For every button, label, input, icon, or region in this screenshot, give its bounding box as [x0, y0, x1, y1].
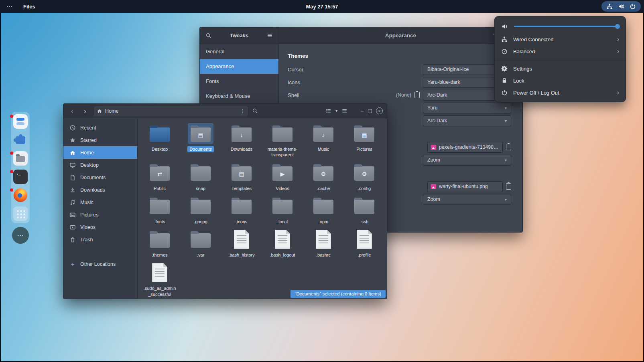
doc-emblem-icon: ▤ [232, 167, 252, 181]
sidebar-item-other-locations[interactable]: + Other Locations [63, 258, 137, 270]
lockscreen-adjustment-select[interactable]: Zoom▾ [423, 194, 511, 205]
tweaks-nav-appearance[interactable]: Appearance [200, 59, 278, 74]
dock-item-extensions[interactable] [13, 133, 28, 147]
file-item[interactable]: .npm [303, 194, 344, 225]
background-image-chip[interactable]: pexels-gradienta-7134986.jpg [427, 142, 503, 153]
sidebar-item-trash[interactable]: Trash [63, 233, 137, 246]
app-grid-icon [13, 206, 28, 221]
system-tray[interactable] [601, 1, 641, 12]
back-button[interactable]: ‹ [67, 107, 77, 115]
forward-button[interactable]: › [80, 107, 90, 115]
file-item[interactable]: .themes [139, 227, 180, 258]
dock-item-app-grid[interactable] [13, 206, 28, 221]
hamburger-menu-icon[interactable] [267, 32, 273, 38]
sidebar-item-videos[interactable]: Videos [63, 221, 137, 233]
files-app-icon [13, 151, 28, 166]
menu-item-wired[interactable]: Wired Connected › [495, 33, 626, 45]
tweaks-nav-general[interactable]: General [200, 44, 278, 59]
tweaks-nav-keyboard[interactable]: Keyboard & Mouse [200, 89, 278, 103]
folder-icon: ▶ [270, 162, 295, 183]
menu-item-lock[interactable]: Lock [495, 75, 626, 87]
activities-dots-icon[interactable]: ⋯ [6, 3, 13, 10]
clock[interactable]: May 27 15:57 [306, 4, 338, 10]
music-note-icon [69, 199, 76, 206]
paste-icon[interactable] [414, 92, 420, 98]
sidebar-item-recent[interactable]: Recent [63, 121, 137, 134]
file-item[interactable]: .ssh [344, 194, 385, 225]
sidebar-item-starred[interactable]: Starred [63, 134, 137, 146]
menu-item-settings[interactable]: Settings [495, 63, 626, 75]
file-item[interactable]: snap [180, 161, 221, 192]
list-view-icon[interactable] [325, 108, 331, 114]
folder-icon [147, 229, 173, 250]
dock-item-settings[interactable] [13, 114, 28, 129]
volume-slider[interactable] [514, 26, 619, 27]
video-icon [69, 224, 76, 231]
file-item[interactable]: .local [262, 194, 303, 225]
hamburger-menu-icon[interactable] [341, 108, 347, 114]
close-button[interactable]: × [376, 107, 383, 114]
path-bar[interactable]: Home ⋮ [93, 106, 249, 116]
sidebar-item-music[interactable]: Music [63, 196, 137, 208]
file-item[interactable]: .fonts [139, 194, 180, 225]
dock-item-firefox[interactable] [13, 188, 28, 202]
legacy-theme-select[interactable]: Arc-Dark▾ [423, 115, 511, 126]
sidebar-item-pictures[interactable]: Pictures [63, 208, 137, 221]
file-item[interactable]: ▦Pictures [344, 121, 385, 158]
dock: ›_ ⋯ [11, 112, 30, 244]
sidebar-item-home[interactable]: Home [63, 146, 137, 159]
focused-app-name[interactable]: Files [23, 4, 35, 10]
window-title: Tweaks [230, 32, 248, 38]
folder-icon: ⚙ [311, 162, 336, 183]
dock-expand-button[interactable]: ⋯ [12, 227, 29, 244]
menu-item-power-off[interactable]: Power Off / Log Out › [495, 87, 626, 99]
file-item[interactable]: ▶Videos [262, 161, 303, 192]
network-wired-icon [606, 3, 613, 10]
dock-item-terminal[interactable]: ›_ [13, 170, 28, 184]
maximize-button[interactable] [368, 109, 372, 113]
menu-item-power-profile[interactable]: Balanced › [495, 45, 626, 57]
search-icon[interactable] [205, 32, 211, 38]
file-name: .fonts [152, 218, 167, 225]
background-adjustment-select[interactable]: Zoom▾ [423, 155, 511, 166]
lockscreen-image-chip[interactable]: warty-final-ubuntu.png [427, 181, 503, 192]
restore-icon [368, 109, 372, 113]
sound-theme-select[interactable]: Yaru▾ [423, 103, 511, 113]
file-item[interactable]: ♪Music [303, 121, 344, 158]
file-item[interactable]: .gnupg [180, 194, 221, 225]
path-options-icon[interactable]: ⋮ [240, 108, 245, 114]
paste-icon[interactable] [506, 183, 511, 190]
file-item[interactable]: .sudo_as_admin_successful [139, 261, 180, 297]
search-icon[interactable] [252, 108, 258, 114]
file-item[interactable]: materia-theme-transparent [262, 121, 303, 158]
file-name: .var [195, 252, 206, 258]
file-item[interactable]: ▤Templates [221, 161, 262, 192]
file-item[interactable]: .bash_history [221, 227, 262, 258]
file-item[interactable]: ⚙.cache [303, 161, 344, 192]
sidebar-item-downloads[interactable]: Downloads [63, 184, 137, 196]
paste-icon[interactable] [506, 144, 511, 150]
file-item[interactable]: .var [180, 227, 221, 258]
folder-icon [311, 196, 336, 216]
file-item[interactable]: ⚙.config [344, 161, 385, 192]
files-window: ‹ › Home ⋮ ▾ − [63, 103, 387, 299]
sidebar-item-label: Recent [80, 125, 96, 131]
view-options-caret-icon[interactable]: ▾ [335, 109, 337, 113]
minimize-button[interactable]: − [360, 107, 364, 114]
files-sidebar: Recent Starred Home Desktop Documents [63, 118, 138, 299]
sidebar-item-label: Documents [80, 175, 106, 180]
menu-item-label: Balanced [513, 49, 535, 55]
file-item[interactable]: Desktop [139, 121, 180, 158]
file-item[interactable]: ▤Documents [180, 121, 221, 158]
sidebar-item-documents[interactable]: Documents [63, 171, 137, 184]
file-item[interactable]: ↓Downloads [221, 121, 262, 158]
sidebar-item-desktop[interactable]: Desktop [63, 159, 137, 171]
file-item[interactable]: .profile [344, 227, 385, 258]
file-item[interactable]: .bashrc [303, 227, 344, 258]
file-name: Downloads [229, 146, 254, 152]
tweaks-nav-fonts[interactable]: Fonts [200, 74, 278, 89]
file-item[interactable]: .icons [221, 194, 262, 225]
file-item[interactable]: .bash_logout [262, 227, 303, 258]
file-item[interactable]: ⇄Public [139, 161, 180, 192]
dock-item-files[interactable] [13, 151, 28, 166]
